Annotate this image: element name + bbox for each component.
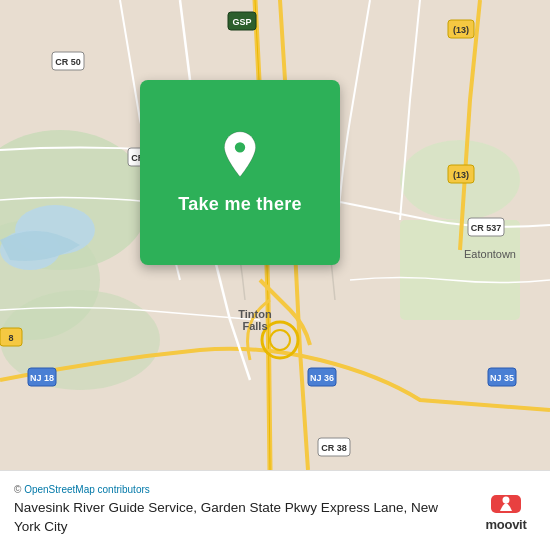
svg-text:CR 50: CR 50 — [55, 57, 81, 67]
svg-text:(13): (13) — [453, 25, 469, 35]
bottom-bar: © OpenStreetMap contributors Navesink Ri… — [0, 470, 550, 550]
moovit-text: moovit — [486, 517, 527, 532]
location-title: Navesink River Guide Service, Garden Sta… — [14, 499, 466, 537]
svg-text:8: 8 — [8, 333, 13, 343]
svg-text:CR 38: CR 38 — [321, 443, 347, 453]
action-card[interactable]: Take me there — [140, 80, 340, 265]
svg-text:Falls: Falls — [242, 320, 267, 332]
bottom-info: © OpenStreetMap contributors Navesink Ri… — [14, 484, 466, 537]
location-pin-icon — [214, 130, 266, 182]
moovit-icon — [487, 489, 525, 517]
svg-point-35 — [234, 141, 246, 153]
map-container[interactable]: CR 50 CR 50 GSP (13) (13) NJ 18 NJ 36 NJ… — [0, 0, 550, 470]
svg-text:NJ 18: NJ 18 — [30, 373, 54, 383]
svg-text:NJ 36: NJ 36 — [310, 373, 334, 383]
svg-text:Tinton: Tinton — [238, 308, 272, 320]
svg-text:CR 537: CR 537 — [471, 223, 502, 233]
take-me-there-button[interactable]: Take me there — [178, 194, 302, 215]
svg-point-37 — [503, 497, 510, 504]
moovit-logo: moovit — [476, 489, 536, 532]
osm-credit: © OpenStreetMap contributors — [14, 484, 466, 495]
svg-text:Eatontown: Eatontown — [464, 248, 516, 260]
svg-text:NJ 35: NJ 35 — [490, 373, 514, 383]
svg-text:GSP: GSP — [232, 17, 251, 27]
svg-text:(13): (13) — [453, 170, 469, 180]
